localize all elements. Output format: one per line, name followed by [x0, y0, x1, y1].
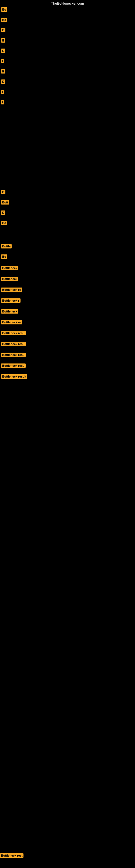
label-19: Bottleneck re [1, 287, 22, 292]
label-8: E [1, 80, 5, 84]
label-26: Bottleneck resu [1, 364, 26, 368]
label-15: Bottle [1, 244, 12, 248]
label-27: Bottleneck result [1, 374, 27, 379]
label-16: Bo [1, 254, 7, 259]
label-9: I [1, 90, 4, 94]
label-13: E [1, 211, 5, 215]
label-10: I [1, 100, 4, 104]
site-title: TheBottlenecker.com [51, 1, 84, 5]
label-14: Bo [1, 221, 7, 225]
label-1: Bo [1, 7, 7, 12]
label-24: Bottleneck resu [1, 342, 26, 346]
label-17: Bottleneck [1, 266, 18, 270]
label-7: E [1, 69, 5, 73]
label-18: Bottleneck [1, 277, 18, 281]
label-25: Bottleneck resu [1, 352, 26, 357]
label-4: E [1, 38, 5, 42]
label-11: B [1, 190, 5, 194]
label-23: Bottleneck resu [1, 331, 26, 335]
label-12: Bott [1, 200, 9, 205]
label-2: Bo [1, 18, 7, 22]
label-20: Bottleneck r [1, 299, 20, 303]
label-3: B [1, 28, 5, 32]
label-28: Bottleneck rest [0, 854, 24, 858]
label-6: I [1, 59, 4, 63]
label-22: Bottleneck re [1, 320, 22, 324]
label-21: Bottleneck [1, 309, 18, 314]
label-5: E [1, 49, 5, 53]
